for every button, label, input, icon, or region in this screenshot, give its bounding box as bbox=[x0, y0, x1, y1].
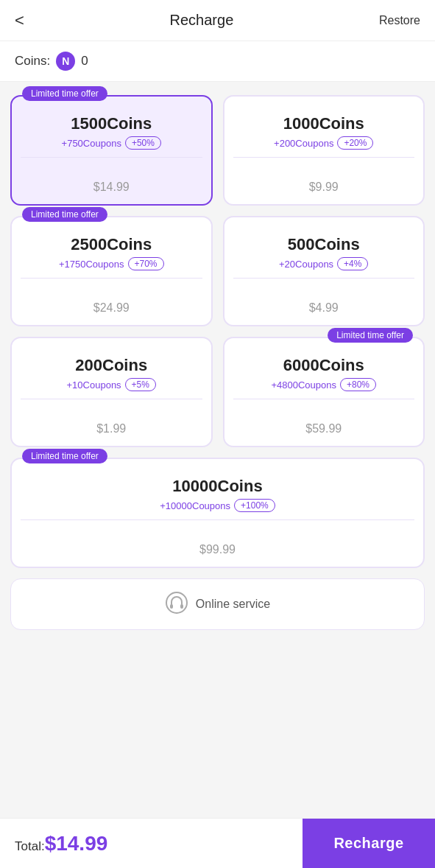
total-price: $14.99 bbox=[45, 832, 108, 855]
card-coupons: +4800Coupons +80% bbox=[271, 378, 376, 391]
coupons-text: +10000Coupons bbox=[160, 500, 230, 511]
card-coupons: +200Coupons +20% bbox=[274, 136, 373, 150]
coins-label: Coins: bbox=[15, 54, 50, 69]
card-price: $14.99 bbox=[93, 181, 130, 194]
card-price: $24.99 bbox=[93, 301, 130, 315]
card-coins: 10000Coins bbox=[172, 477, 262, 496]
coupons-text: +200Coupons bbox=[274, 138, 333, 149]
card-divider bbox=[21, 157, 202, 158]
package-card-pkg-200[interactable]: 200Coins +10Coupons +5% $1.99 bbox=[10, 337, 213, 447]
card-price: $99.99 bbox=[199, 543, 236, 556]
limited-badge: Limited time offer bbox=[22, 86, 107, 101]
back-button[interactable]: < bbox=[15, 13, 24, 29]
page-title: Recharge bbox=[170, 12, 234, 29]
coupons-text: +1750Coupons bbox=[59, 259, 124, 270]
card-divider bbox=[21, 399, 202, 399]
percent-badge: +4% bbox=[337, 257, 368, 270]
card-price: $9.99 bbox=[309, 181, 339, 194]
coupons-text: +750Coupons bbox=[62, 138, 121, 149]
coins-row: Coins: N 0 bbox=[0, 41, 435, 82]
card-divider bbox=[233, 157, 415, 158]
recharge-button[interactable]: Recharge bbox=[303, 819, 435, 868]
svg-rect-1 bbox=[170, 604, 173, 609]
limited-badge: Limited time offer bbox=[22, 449, 107, 463]
limited-badge: Limited time offer bbox=[22, 207, 107, 222]
percent-badge: +5% bbox=[125, 378, 156, 391]
card-coupons: +750Coupons +50% bbox=[62, 136, 161, 150]
card-divider bbox=[233, 278, 415, 279]
card-price: $4.99 bbox=[309, 301, 339, 315]
percent-badge: +100% bbox=[234, 499, 275, 512]
limited-badge: Limited time offer bbox=[328, 328, 413, 343]
header: < Recharge Restore bbox=[0, 0, 435, 41]
card-price: $59.99 bbox=[305, 422, 342, 435]
coin-icon: N bbox=[56, 52, 75, 71]
card-divider bbox=[21, 278, 202, 279]
card-coins: 2500Coins bbox=[71, 235, 152, 254]
card-coupons: +1750Coupons +70% bbox=[59, 257, 164, 270]
package-card-pkg-2500[interactable]: Limited time offer 2500Coins +1750Coupon… bbox=[10, 216, 213, 326]
total-label: Total: bbox=[15, 839, 45, 853]
svg-rect-2 bbox=[180, 604, 183, 609]
svg-point-0 bbox=[166, 592, 187, 613]
footer-total: Total:$14.99 bbox=[0, 832, 303, 855]
package-card-pkg-500[interactable]: 500Coins +20Coupons +4% $4.99 bbox=[223, 216, 425, 326]
percent-badge: +80% bbox=[340, 378, 376, 391]
card-coins: 200Coins bbox=[75, 356, 147, 375]
headphone-icon bbox=[165, 591, 188, 617]
coupons-text: +4800Coupons bbox=[271, 379, 336, 391]
coin-count: 0 bbox=[81, 54, 88, 69]
card-divider bbox=[233, 399, 415, 399]
percent-badge: +50% bbox=[125, 136, 161, 150]
percent-badge: +20% bbox=[337, 136, 373, 150]
package-card-pkg-10000[interactable]: Limited time offer 10000Coins +10000Coup… bbox=[10, 458, 425, 568]
card-coupons: +10000Coupons +100% bbox=[160, 499, 275, 512]
coupons-text: +20Coupons bbox=[279, 259, 333, 270]
restore-button[interactable]: Restore bbox=[379, 14, 420, 27]
package-card-pkg-1500[interactable]: Limited time offer 1500Coins +750Coupons… bbox=[10, 95, 213, 206]
service-label: Online service bbox=[196, 598, 270, 611]
packages-grid: Limited time offer 1500Coins +750Coupons… bbox=[0, 82, 435, 575]
service-row[interactable]: Online service bbox=[10, 578, 425, 630]
package-card-pkg-1000[interactable]: 1000Coins +200Coupons +20% $9.99 bbox=[223, 95, 425, 206]
card-divider bbox=[21, 519, 414, 520]
coupons-text: +10Coupons bbox=[67, 379, 121, 391]
card-coins: 6000Coins bbox=[283, 356, 364, 375]
package-card-pkg-6000[interactable]: Limited time offer 6000Coins +4800Coupon… bbox=[223, 337, 425, 447]
card-price: $1.99 bbox=[96, 422, 126, 435]
footer: Total:$14.99 Recharge bbox=[0, 818, 435, 868]
card-coins: 500Coins bbox=[288, 235, 360, 254]
percent-badge: +70% bbox=[128, 257, 164, 270]
card-coupons: +10Coupons +5% bbox=[67, 378, 156, 391]
card-coupons: +20Coupons +4% bbox=[279, 257, 368, 270]
card-coins: 1000Coins bbox=[283, 114, 364, 133]
card-coins: 1500Coins bbox=[71, 114, 152, 133]
